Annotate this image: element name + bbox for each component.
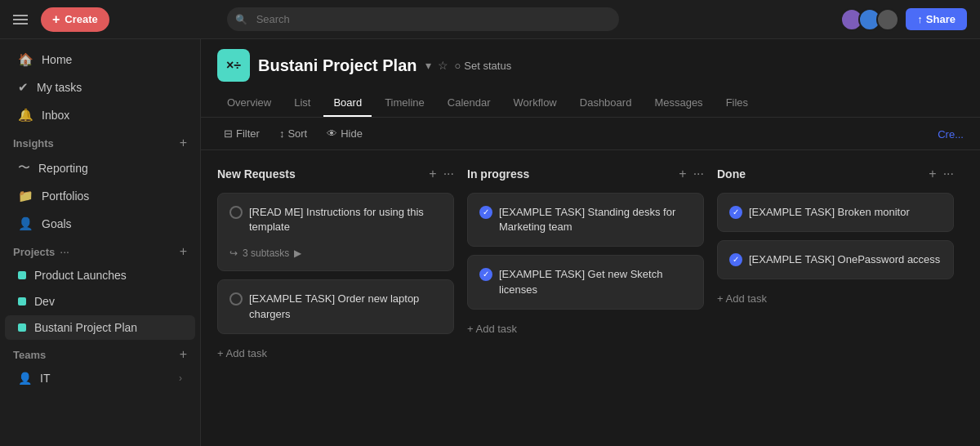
set-status[interactable]: ○ Set status <box>455 60 512 72</box>
column-header-actions-done: + ··· <box>929 167 954 181</box>
filter-button[interactable]: ⊟ Filter <box>217 124 266 143</box>
sidebar-item-product-launches[interactable]: Product Launches <box>5 263 195 288</box>
topbar: + Create ↑ Share <box>0 0 980 39</box>
bell-icon: 🔔 <box>18 108 33 123</box>
card-check-done-icon: ✓ <box>479 206 492 219</box>
subtasks-icon: ↪ <box>229 248 238 259</box>
portfolios-icon: 📁 <box>18 189 33 203</box>
card-4[interactable]: ✓ [EXAMPLE TASK] Get new Sketch licenses <box>467 255 704 309</box>
card-1[interactable]: [READ ME] Instructions for using this te… <box>217 193 454 271</box>
sort-icon: ↕ <box>279 127 285 140</box>
sidebar-item-portfolios[interactable]: 📁 Portfolios <box>5 183 195 209</box>
star-icon[interactable]: ☆ <box>438 59 448 72</box>
card-3[interactable]: ✓ [EXAMPLE TASK] Standing desks for Mark… <box>467 193 704 247</box>
projects-add-button[interactable]: + <box>180 244 187 259</box>
project-dot-product-launches <box>18 271 26 279</box>
add-task-button-done[interactable]: + Add task <box>717 288 954 310</box>
column-done: Done + ··· ✓ [EXAMPLE TASK] Broken monit… <box>717 163 954 433</box>
avatar <box>876 8 899 31</box>
projects-section-header: Projects ··· + <box>0 238 200 262</box>
project-dot-dev <box>18 297 26 306</box>
share-icon: ↑ <box>917 13 923 25</box>
add-task-button-new-requests[interactable]: + Add task <box>217 342 454 364</box>
board: New Requests + ··· [READ ME] Instruction… <box>201 150 980 446</box>
project-title: Bustani Project Plan <box>258 56 417 75</box>
hide-button[interactable]: 👁 Hide <box>320 124 369 143</box>
tab-messages[interactable]: Messages <box>644 90 712 117</box>
column-header-new-requests: New Requests + ··· <box>217 163 454 185</box>
avatar-group <box>840 8 899 31</box>
project-tabs: Overview List Board Timeline Calendar Wo… <box>217 90 964 117</box>
sidebar-item-my-tasks[interactable]: ✔ My tasks <box>5 74 195 100</box>
tab-dashboard[interactable]: Dashboard <box>570 90 642 117</box>
sidebar-item-bustani[interactable]: Bustani Project Plan <box>5 315 195 340</box>
column-header-actions: + ··· <box>429 167 454 181</box>
column-more-button-new-requests[interactable]: ··· <box>443 167 454 181</box>
it-icon: 👤 <box>18 372 32 385</box>
toolbar-create: Cre... <box>938 127 964 141</box>
menu-icon[interactable] <box>13 15 28 25</box>
dropdown-button[interactable]: ▾ <box>425 59 431 72</box>
sidebar-item-inbox[interactable]: 🔔 Inbox <box>5 102 195 128</box>
card-check-done-icon: ✓ <box>479 268 492 281</box>
toolbar: ⊟ Filter ↕ Sort 👁 Hide Cre... <box>201 118 980 150</box>
column-header-done: Done + ··· <box>717 163 954 185</box>
column-title-in-progress: In progress <box>467 167 529 181</box>
main-content: ×÷ Bustani Project Plan ▾ ☆ ○ Set status… <box>201 39 980 446</box>
sidebar-item-goals[interactable]: 👤 Goals <box>5 211 195 237</box>
goals-icon: 👤 <box>18 216 33 231</box>
main-layout: 🏠 Home ✔ My tasks 🔔 Inbox Insights + 〜 R… <box>0 39 980 446</box>
column-add-button-in-progress[interactable]: + <box>679 167 686 181</box>
tab-workflow[interactable]: Workflow <box>504 90 567 117</box>
topbar-right: ↑ Share <box>840 8 967 31</box>
sidebar-item-dev[interactable]: Dev <box>5 289 195 314</box>
circle-icon: ○ <box>455 60 461 72</box>
insights-section-header: Insights + <box>0 129 200 154</box>
search-bar <box>227 7 619 31</box>
play-icon: ▶ <box>294 248 301 259</box>
filter-icon: ⊟ <box>224 127 233 140</box>
tab-files[interactable]: Files <box>716 90 758 117</box>
create-button[interactable]: + Create <box>41 7 109 32</box>
tab-timeline[interactable]: Timeline <box>375 90 434 117</box>
search-input[interactable] <box>227 7 619 31</box>
teams-add-button[interactable]: + <box>180 347 187 362</box>
project-header: ×÷ Bustani Project Plan ▾ ☆ ○ Set status… <box>201 39 980 118</box>
column-more-button-done[interactable]: ··· <box>943 167 954 181</box>
hide-icon: 👁 <box>327 127 337 140</box>
reporting-icon: 〜 <box>18 160 30 176</box>
project-title-actions: ▾ ☆ ○ Set status <box>425 59 512 72</box>
sidebar: 🏠 Home ✔ My tasks 🔔 Inbox Insights + 〜 R… <box>0 39 201 446</box>
tab-calendar[interactable]: Calendar <box>438 90 501 117</box>
column-header-actions-in-progress: + ··· <box>679 167 704 181</box>
card-check-done-icon: ✓ <box>729 253 742 266</box>
projects-more-button[interactable]: ··· <box>60 245 69 258</box>
tab-overview[interactable]: Overview <box>217 90 281 117</box>
tab-board[interactable]: Board <box>323 90 372 117</box>
share-button[interactable]: ↑ Share <box>906 8 967 30</box>
project-dot-bustani <box>18 323 26 332</box>
card-meta: ↪ 3 subtasks ▶ <box>229 241 442 259</box>
column-more-button-in-progress[interactable]: ··· <box>693 167 704 181</box>
column-title-new-requests: New Requests <box>217 167 296 181</box>
card-6[interactable]: ✓ [EXAMPLE TASK] OnePassword access <box>717 240 954 279</box>
sidebar-item-home[interactable]: 🏠 Home <box>5 47 195 73</box>
card-check-icon <box>229 206 243 219</box>
teams-section-header: Teams + <box>0 341 200 365</box>
insights-add-button[interactable]: + <box>180 136 187 150</box>
home-icon: 🏠 <box>18 52 33 67</box>
sidebar-item-it[interactable]: 👤 IT › <box>5 366 195 390</box>
column-new-requests: New Requests + ··· [READ ME] Instruction… <box>217 163 454 433</box>
column-in-progress: In progress + ··· ✓ [EXAMPLE TASK] Stand… <box>467 163 704 433</box>
sort-button[interactable]: ↕ Sort <box>273 124 314 143</box>
card-2[interactable]: [EXAMPLE TASK] Order new laptop chargers <box>217 279 454 333</box>
tab-list[interactable]: List <box>284 90 320 117</box>
column-add-button-done[interactable]: + <box>929 167 936 181</box>
add-task-button-in-progress[interactable]: + Add task <box>467 318 704 340</box>
column-header-in-progress: In progress + ··· <box>467 163 704 185</box>
column-add-button-new-requests[interactable]: + <box>429 167 436 181</box>
check-icon: ✔ <box>18 80 29 95</box>
sidebar-item-reporting[interactable]: 〜 Reporting <box>5 154 195 181</box>
card-5[interactable]: ✓ [EXAMPLE TASK] Broken monitor <box>717 193 954 232</box>
card-check-done-icon: ✓ <box>729 206 742 219</box>
